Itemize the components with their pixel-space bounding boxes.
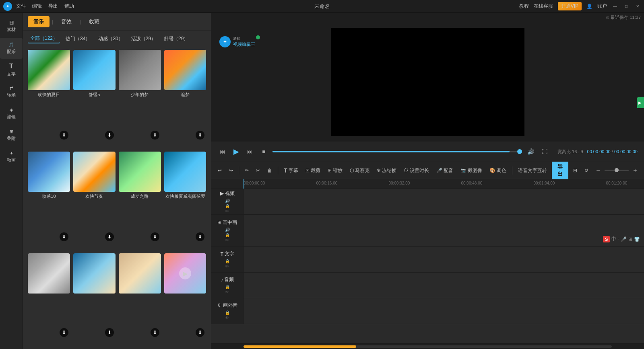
vip-button[interactable]: 开通VIP <box>558 2 582 10</box>
duration-button[interactable]: ⏱ 设置时长 <box>401 166 431 175</box>
tab-favorites[interactable]: 收藏 <box>83 16 105 27</box>
filter-dynamic[interactable]: 动感（30） <box>96 35 125 43</box>
sidebar-item-transition[interactable]: ⇄ 转场 <box>0 81 23 102</box>
maximize-button[interactable]: □ <box>623 3 630 10</box>
account-icon[interactable]: 👤 <box>586 4 592 9</box>
lock-ctrl-icon[interactable]: 🔒 <box>225 204 230 208</box>
filter-lively[interactable]: 活泼（29） <box>129 35 158 43</box>
fullscreen-button[interactable]: ⛶ <box>540 147 549 156</box>
export-button[interactable]: 导出 <box>552 161 568 180</box>
filter-hot[interactable]: 热门（34） <box>63 35 93 43</box>
zoom-slider-track[interactable] <box>605 170 629 171</box>
download-btn-11[interactable]: ⬇ <box>151 328 159 337</box>
pen-button[interactable]: ✏ <box>242 166 251 174</box>
minimize-button[interactable]: — <box>612 3 618 10</box>
voiceover-track-content[interactable] <box>244 298 644 324</box>
color-button[interactable]: 🎨 调色 <box>487 166 509 175</box>
freeze-button[interactable]: ❄ 冻结帧 <box>374 166 399 175</box>
download-btn-9[interactable]: ⬇ <box>60 328 68 337</box>
zoom-slider-thumb[interactable] <box>615 168 619 172</box>
audio-button[interactable]: 🎤 配音 <box>434 166 456 175</box>
music-card-8[interactable]: ⬇ 欢快版夏威夷四弦琴 <box>164 152 206 250</box>
music-card-1[interactable]: ⬇ 欢快的夏日 <box>28 50 70 148</box>
timeline-scrollbar[interactable] <box>211 343 644 349</box>
delete-button[interactable]: 🗑 <box>265 166 275 174</box>
volume-button[interactable]: 🔊 <box>526 147 536 156</box>
play-button[interactable]: ▶ <box>231 147 241 156</box>
video-track-content[interactable] <box>244 189 644 214</box>
cut-button[interactable]: ✂ <box>254 166 262 174</box>
undo-button[interactable]: ↩ <box>215 166 224 174</box>
prev-frame-button[interactable]: ⏮ <box>218 147 227 156</box>
music-card-7[interactable]: ⬇ 成功之路 <box>119 152 161 250</box>
scroll-thumb[interactable] <box>244 345 356 348</box>
stop-button[interactable]: ■ <box>259 147 268 156</box>
music-card-9[interactable]: ⬇ <box>28 253 70 346</box>
music-card-12[interactable]: ▶ ⬇ <box>164 253 206 346</box>
download-btn-8[interactable]: ⬇ <box>196 232 204 241</box>
download-btn-3[interactable]: ⬇ <box>151 131 159 140</box>
menu-edit[interactable]: 编辑 <box>32 3 42 10</box>
service-link[interactable]: 在线客服 <box>534 3 553 10</box>
download-btn-2[interactable]: ⬇ <box>105 131 114 140</box>
download-btn-6[interactable]: ⬇ <box>105 232 114 241</box>
sidebar-item-media[interactable]: 🎞 素材 <box>0 16 23 37</box>
filter-calm[interactable]: 舒缓（29） <box>161 35 191 43</box>
download-btn-1[interactable]: ⬇ <box>60 131 68 140</box>
tutorial-link[interactable]: 教程 <box>519 3 529 10</box>
music-card-5[interactable]: ⬇ 动感10 <box>28 152 70 250</box>
zoom-out-button[interactable]: − <box>593 166 603 175</box>
zoom-button[interactable]: ⊞ 缩放 <box>325 166 345 175</box>
redo-button[interactable]: ↪ <box>227 166 235 174</box>
pip-eye-icon[interactable]: 👁 <box>225 238 230 242</box>
tab-sfx[interactable]: 音效 <box>56 16 77 27</box>
music-card-2[interactable]: ⬇ 舒缓5 <box>73 50 116 148</box>
download-btn-12[interactable]: ⬇ <box>196 328 204 337</box>
menu-export[interactable]: 导出 <box>48 3 58 10</box>
voiceover-eye-icon[interactable]: 👁 <box>225 316 230 320</box>
account-label[interactable]: 账户 <box>597 3 607 10</box>
loop-button[interactable]: ↺ <box>582 166 591 174</box>
speech-button[interactable]: 语音文字互转 <box>516 166 549 175</box>
side-floating-panel[interactable]: ▶ <box>637 97 644 108</box>
pip-lock-icon[interactable]: 🔒 <box>225 233 230 237</box>
playhead[interactable] <box>244 179 244 189</box>
crop-button[interactable]: ⊡ 裁剪 <box>303 166 323 175</box>
sidebar-item-music[interactable]: 🎵 配乐 <box>0 38 23 59</box>
sidebar-item-filter[interactable]: ◈ 滤镜 <box>0 103 23 124</box>
scroll-track[interactable] <box>244 345 612 348</box>
tab-music[interactable]: 音乐 <box>28 16 50 27</box>
music-card-10[interactable]: ⬇ <box>73 253 116 346</box>
pip-track-content[interactable]: S 中 · 🎤 ⊞ 👕 <box>244 215 644 246</box>
screenshot-button[interactable]: 📷 截图像 <box>458 166 485 175</box>
music-card-3[interactable]: ⬇ 少年的梦 <box>119 50 161 148</box>
download-btn-10[interactable]: ⬇ <box>105 328 114 337</box>
sidebar-item-overlay[interactable]: ⊞ 叠附 <box>0 125 23 146</box>
mask-button[interactable]: ⬡ 马赛克 <box>347 166 372 175</box>
download-btn-7[interactable]: ⬇ <box>151 232 159 241</box>
audio-lock-icon[interactable]: 🔒 <box>225 285 230 289</box>
sidebar-item-text[interactable]: T 文字 <box>0 60 23 80</box>
filter-all[interactable]: 全部（122） <box>28 34 60 43</box>
audio-eye-icon[interactable]: 👁 <box>225 290 230 294</box>
audio-track-content[interactable] <box>244 273 644 298</box>
eye-ctrl-icon[interactable]: 👁 <box>225 209 230 214</box>
zoom-in-button[interactable]: + <box>630 166 640 175</box>
menu-help[interactable]: 帮助 <box>64 3 74 10</box>
music-card-11[interactable]: ⬇ <box>119 253 161 346</box>
download-btn-5[interactable]: ⬇ <box>60 232 68 241</box>
sidebar-item-animation[interactable]: ✦ 动画 <box>0 146 23 167</box>
text-lock-icon[interactable]: 🔒 <box>225 259 230 263</box>
progress-bar[interactable] <box>272 151 522 152</box>
menu-file[interactable]: 文件 <box>16 3 26 10</box>
volume-ctrl-icon[interactable]: 🔊 <box>225 199 230 203</box>
download-btn-4[interactable]: ⬇ <box>196 131 204 140</box>
text-eye-icon[interactable]: 👁 <box>225 264 230 269</box>
snap-button[interactable]: ⊟ <box>571 166 580 174</box>
voiceover-lock-icon[interactable]: 🔒 <box>225 310 230 315</box>
music-card-6[interactable]: ⬇ 欢快节奏 <box>73 152 116 250</box>
music-card-4[interactable]: ⬇ 追梦 <box>164 50 206 148</box>
progress-thumb[interactable] <box>517 149 522 154</box>
text-track-content[interactable] <box>244 247 644 272</box>
text-tool-button[interactable]: T 字幕 <box>281 166 301 175</box>
